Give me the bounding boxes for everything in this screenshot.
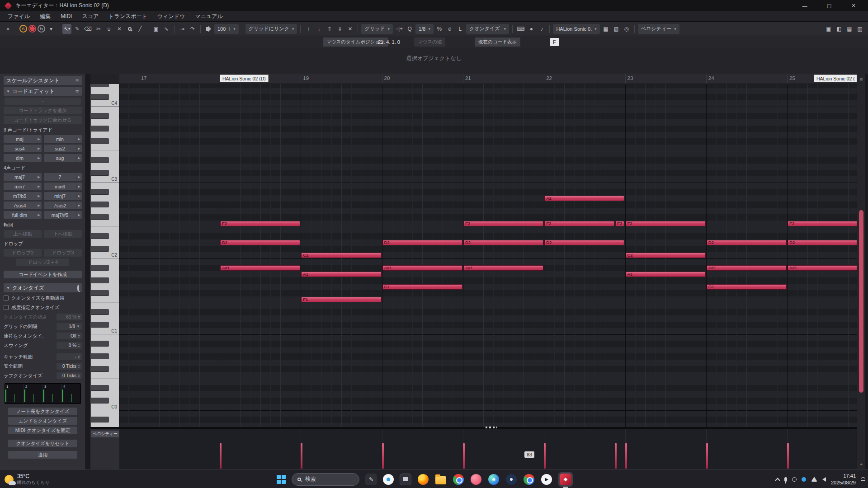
chord-variant-arrow-icon[interactable]: ▶ (76, 135, 82, 143)
pen-app-icon[interactable]: ✎ (365, 474, 377, 485)
show-part-borders-icon[interactable]: ▦ (601, 24, 610, 34)
separator-handle[interactable] (486, 427, 497, 428)
velocity-bar[interactable] (544, 443, 546, 469)
right-zone-toggle[interactable]: ▥ (855, 24, 864, 34)
pink-app-icon[interactable] (471, 474, 481, 485)
triad-button[interactable]: aug▶ (44, 154, 82, 162)
piano-key-black[interactable] (91, 214, 109, 220)
tetrad-button[interactable]: maj7/#5▶ (44, 211, 82, 219)
start-button[interactable] (277, 475, 286, 484)
triad-button[interactable]: sus2▶ (44, 145, 82, 152)
grid-spacing-dropdown[interactable]: 1/8▼ (57, 323, 82, 330)
menu-item[interactable]: ファイル (3, 13, 35, 20)
scale-assistant-header[interactable]: スケールアシスタント ≣ (4, 76, 82, 85)
chord-variant-arrow-icon[interactable]: ▶ (76, 202, 82, 209)
close-button[interactable]: ✕ (844, 0, 863, 11)
quantize-note-lengths-button[interactable]: ノート長をクオンタイズ (8, 408, 77, 415)
triad-button[interactable]: dim▶ (4, 154, 42, 162)
midi-note[interactable]: A2 (544, 196, 624, 201)
mute-tool[interactable]: ✕ (115, 24, 124, 34)
navy-app-icon[interactable] (506, 474, 517, 485)
piano-key-black[interactable] (91, 126, 109, 131)
chord-edit-menu-icon[interactable]: ≣ (75, 89, 79, 94)
delete-overlaps-icon[interactable]: ✕ (345, 24, 354, 34)
midi-note[interactable]: D2 (382, 240, 462, 245)
piano-key-black[interactable] (91, 170, 109, 176)
record-in-editor-button[interactable] (28, 25, 36, 33)
zoom-tool[interactable] (125, 24, 134, 34)
midi-note[interactable]: F1 (301, 297, 381, 302)
tetrad-button[interactable]: m7/b5▶ (4, 192, 42, 200)
chord-variant-arrow-icon[interactable]: ▶ (76, 211, 82, 219)
timeline-ruler[interactable]: 171819202122232425HALion Sonic 02 (D)HAL… (119, 74, 857, 84)
notification-bell-icon[interactable] (861, 477, 865, 481)
acoustic-feedback-icon[interactable] (204, 24, 213, 34)
transpose-octave-down-button[interactable]: ⇓ (335, 24, 344, 34)
midi-note[interactable]: G1 (382, 284, 462, 290)
chord-variant-arrow-icon[interactable]: ▶ (36, 192, 42, 200)
velocity-bar[interactable] (301, 443, 302, 469)
tetrad-button[interactable]: 7sus4▶ (4, 202, 42, 209)
drop-button[interactable]: ドロップ3 (44, 249, 82, 257)
iterative-quantize-checkbox[interactable] (4, 305, 9, 310)
piano-keyboard[interactable]: C0C1C2C3C4 (90, 84, 119, 427)
chord-variant-arrow-icon[interactable]: ▶ (36, 211, 42, 219)
triad-button[interactable]: sus4▶ (4, 145, 42, 152)
tetrad-button[interactable]: full dim▶ (4, 211, 42, 219)
open-quantize-panel-icon[interactable]: e (445, 24, 454, 34)
media-player-icon[interactable] (541, 474, 552, 485)
piano-key-black[interactable] (91, 309, 109, 315)
tetrad-button[interactable]: min7▶ (4, 183, 42, 190)
accessibility-tray-icon[interactable] (792, 477, 797, 482)
match-chord-track-button[interactable]: コードトラックに合わせる (4, 116, 82, 124)
reset-quantize-button[interactable]: クオンタイズをリセット (8, 440, 77, 447)
velocity-bar[interactable] (220, 443, 222, 469)
chord-variant-arrow-icon[interactable]: ▶ (76, 183, 82, 190)
vertical-scrollbar[interactable]: ≣ + (857, 74, 865, 469)
chord-variant-arrow-icon[interactable]: ▶ (36, 135, 42, 143)
event-colors-dropdown[interactable]: ベロシティー (638, 24, 679, 34)
suspend-auto-scroll-button[interactable]: ↷ (188, 24, 197, 34)
chord-variant-arrow-icon[interactable]: ▶ (36, 154, 42, 162)
chord-variant-arrow-icon[interactable]: ▶ (36, 173, 42, 181)
microphone-tray-icon[interactable] (784, 477, 787, 482)
editor-setup-icon[interactable]: ⌖ (4, 24, 13, 34)
inversion-button[interactable]: 下へ移動 (44, 230, 82, 238)
midi-note[interactable]: D2 (544, 240, 624, 245)
part-name-label-right[interactable]: HALion Sonic 02 ( (814, 75, 857, 82)
velocity-bar[interactable] (615, 443, 617, 469)
project-cursor[interactable] (521, 74, 521, 469)
quantize-strength-value[interactable]: 60 % ▲▼ (57, 314, 82, 320)
weather-widget[interactable]: 35°C 晴れのちくもり (5, 470, 49, 488)
midi-note[interactable]: D2 (463, 240, 543, 245)
file-explorer-icon[interactable] (400, 474, 411, 485)
clock[interactable]: 17:41 2025/08/29 (831, 473, 856, 486)
quantize-header[interactable]: ▼ クオンタイズ (4, 283, 82, 292)
triad-button[interactable]: min▶ (44, 135, 82, 143)
grid-type-dropdown[interactable]: グリッド (361, 24, 393, 34)
piano-key-black[interactable] (91, 113, 109, 119)
length-value-box[interactable]: 100 ▲▼ ▾ (214, 24, 239, 34)
length-quantize-dropdown[interactable]: クオンタイズ. (466, 24, 509, 34)
midi-note[interactable]: F2 (220, 221, 300, 226)
note-icon[interactable]: ♪ (537, 24, 546, 34)
part-name-label[interactable]: HALion Sonic 02 (D) (220, 75, 269, 82)
piano-key-black[interactable] (91, 366, 109, 372)
step-input-icon[interactable]: ⌨ (516, 24, 525, 34)
menu-item[interactable]: 編集 (35, 13, 56, 20)
inversion-button[interactable]: 上へ移動 (4, 230, 42, 238)
chrome-icon[interactable] (453, 474, 464, 485)
midi-note[interactable]: A1 (301, 272, 381, 277)
midi-note[interactable]: F2 (615, 221, 624, 226)
piano-key-black[interactable] (91, 157, 109, 163)
left-zone-toggle[interactable]: ◧ (835, 24, 844, 34)
quantize-search-icon[interactable] (77, 286, 79, 291)
piano-key-black[interactable] (91, 265, 109, 271)
part-list-dropdown[interactable]: HALion Sonic 0. (553, 24, 599, 34)
chord-variant-arrow-icon[interactable]: ▶ (76, 192, 82, 200)
velocity-lane[interactable]: 83 (119, 429, 857, 469)
wifi-icon[interactable] (811, 477, 817, 482)
freeze-midi-quantize-button[interactable]: MIDI クオンタイズを固定 (8, 427, 77, 434)
search-box[interactable]: 検索 (292, 473, 359, 486)
menu-item[interactable]: ウィンドウ (152, 13, 190, 20)
